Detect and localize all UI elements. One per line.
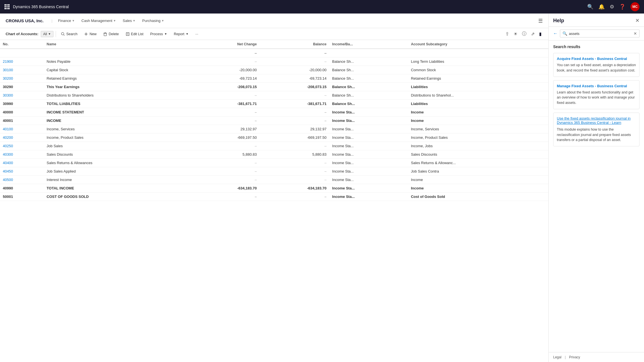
cell-no[interactable]: 30200 (0, 74, 44, 83)
cell-balance: 29,132.97 (260, 125, 329, 133)
report-button[interactable]: Report ▼ (171, 31, 191, 37)
cell-net-change: – (190, 176, 260, 184)
account-no-link[interactable]: 40400 (3, 161, 13, 165)
account-no-link[interactable]: 30100 (3, 68, 13, 72)
cell-no[interactable]: 40250 (0, 142, 44, 150)
cell-income-ba: Income Sta... (329, 150, 408, 159)
table-row: 40001INCOME––Income Sta...Income (0, 117, 548, 125)
search-icon[interactable]: 🔍 (587, 4, 593, 10)
cell-balance: -20,000.00 (260, 66, 329, 74)
cell-no[interactable]: 21900 (0, 57, 44, 66)
expand-icon[interactable]: ⇗ (530, 30, 536, 38)
cell-no[interactable]: 40500 (0, 176, 44, 184)
search-button[interactable]: Search (58, 31, 80, 37)
finance-chevron-icon: ▼ (72, 19, 75, 22)
cell-income-ba (329, 49, 408, 57)
col-name: Name (44, 40, 190, 49)
table-row: 50001COST OF GOODS SOLD––Income Sta...Co… (0, 193, 548, 201)
account-no-link[interactable]: 40200 (3, 135, 13, 140)
help-search-icon: 🔍 (562, 31, 567, 36)
help-result-title-1[interactable]: Acquire Fixed Assets - Business Central (557, 57, 636, 61)
cell-no[interactable]: 40450 (0, 167, 44, 176)
account-no-link[interactable]: 40100 (3, 127, 13, 131)
cell-name: Job Sales (44, 142, 190, 150)
table-container: No. Name Net Change Balance Income/Ba...… (0, 40, 548, 362)
cell-income-ba: Income Sta... (329, 133, 408, 142)
cell-no: 40000 (0, 108, 44, 117)
cell-no[interactable]: 40400 (0, 159, 44, 167)
cell-net-change: – (190, 159, 260, 167)
cell-balance: – (260, 49, 329, 57)
cell-name: Income, Product Sales (44, 133, 190, 142)
help-clear-button[interactable]: ✕ (634, 31, 637, 36)
cell-no[interactable]: 40100 (0, 125, 44, 133)
table-row: 40990TOTAL INCOME-634,183.70-634,183.70I… (0, 184, 548, 193)
delete-button[interactable]: Delete (100, 31, 121, 37)
settings-icon[interactable]: ⚙ (610, 4, 614, 10)
cell-name: Sales Discounts (44, 150, 190, 159)
nav-item-cash-management[interactable]: Cash Management ▼ (79, 19, 118, 23)
company-name[interactable]: CRONUS USA, Inc. (6, 18, 44, 23)
nav-item-purchasing[interactable]: Purchasing ▼ (140, 19, 166, 23)
cell-net-change: -69,723.14 (190, 74, 260, 83)
account-no-link[interactable]: 30200 (3, 76, 13, 81)
cell-subcategory: Income, Product Sales (408, 133, 548, 142)
cell-balance: -634,183.70 (260, 184, 329, 193)
account-no-link[interactable]: 21900 (3, 59, 13, 64)
help-result-link-3[interactable]: Use the fixed assets reclassification jo… (557, 116, 636, 125)
new-button[interactable]: New (81, 31, 99, 37)
share-icon[interactable]: ⇧ (504, 30, 510, 38)
table-row: 40500Interest Income––Income Sta...Incom… (0, 176, 548, 184)
nav-item-finance[interactable]: Finance ▼ (56, 19, 77, 23)
cell-subcategory: Income (408, 176, 548, 184)
cell-no[interactable]: 30100 (0, 66, 44, 74)
avatar[interactable]: MC (631, 2, 640, 11)
more-button[interactable]: ··· (193, 31, 201, 37)
cell-balance: – (260, 91, 329, 100)
table-row: 40100Income, Services29,132.9729,132.97I… (0, 125, 548, 133)
col-income-ba: Income/Ba... (329, 40, 408, 49)
help-legal-link[interactable]: Legal (553, 355, 561, 359)
account-no-link[interactable]: 40500 (3, 178, 13, 182)
cell-balance: – (260, 57, 329, 66)
main-container: CRONUS USA, Inc. | Finance ▼ Cash Manage… (0, 14, 644, 362)
col-no: No. (0, 40, 44, 49)
col-subcategory: Account Subcategory (408, 40, 548, 49)
apps-icon[interactable] (4, 4, 10, 9)
help-search-input[interactable] (569, 32, 632, 36)
process-button[interactable]: Process ▼ (147, 31, 170, 37)
help-close-button[interactable]: ✕ (635, 17, 640, 24)
filter-dropdown[interactable]: All ▼ (41, 31, 53, 37)
bookmark-icon[interactable]: ▮ (538, 30, 543, 38)
account-no-link[interactable]: 40250 (3, 144, 13, 148)
info-icon[interactable]: ⓘ (521, 30, 528, 38)
cell-no[interactable]: 30300 (0, 91, 44, 100)
help-back-button[interactable]: ← (553, 31, 558, 36)
edit-list-button[interactable]: Edit List (123, 31, 146, 37)
help-result-card-1: Acquire Fixed Assets - Business Central … (553, 53, 640, 77)
cell-income-ba: Balance Sh... (329, 57, 408, 66)
help-privacy-link[interactable]: Privacy (569, 355, 580, 359)
toolbar: Chart of Accounts: All ▼ Search New Dele… (0, 28, 548, 40)
table-row: 40300Sales Discounts5,880.835,880.83Inco… (0, 150, 548, 159)
help-icon[interactable]: ❓ (619, 4, 625, 10)
help-result-title-2[interactable]: Manage Fixed Assets - Business Central (557, 84, 636, 88)
cell-net-change: 29,132.97 (190, 125, 260, 133)
cash-mgmt-chevron-icon: ▼ (113, 19, 116, 22)
cell-name: Interest Income (44, 176, 190, 184)
col-balance: Balance (260, 40, 329, 49)
cell-subcategory: Income (408, 108, 548, 117)
account-no-link[interactable]: 40300 (3, 152, 13, 157)
bell-icon[interactable]: 🔔 (598, 4, 605, 10)
nav-item-sales[interactable]: Sales ▼ (120, 19, 138, 23)
account-no-link[interactable]: 40450 (3, 169, 13, 173)
table-row: 40000INCOME STATEMENT––Income Sta...Inco… (0, 108, 548, 117)
cell-name: Sales Returns & Allowances (44, 159, 190, 167)
cell-no[interactable]: 40200 (0, 133, 44, 142)
cell-no[interactable]: 40300 (0, 150, 44, 159)
cell-net-change: -381,671.71 (190, 100, 260, 108)
help-result-card-2: Manage Fixed Assets - Business Central L… (553, 80, 640, 109)
filter-icon[interactable]: ☀ (512, 30, 519, 38)
account-no-link[interactable]: 30300 (3, 93, 13, 97)
hamburger-icon[interactable]: ☰ (538, 18, 543, 24)
